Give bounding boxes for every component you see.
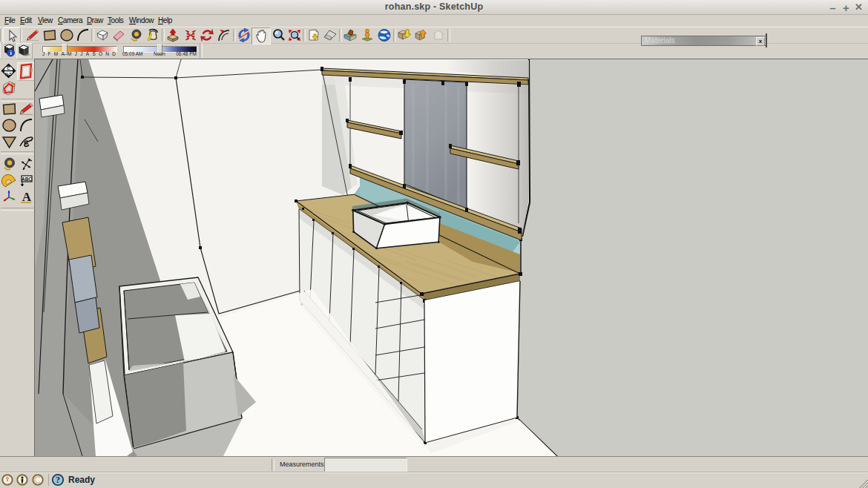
svg-text:?: ? [56, 475, 60, 485]
svg-text:C: C [7, 66, 10, 70]
svg-text:ABC: ABC [22, 177, 32, 182]
svg-text:N-S: N-S [5, 72, 13, 76]
